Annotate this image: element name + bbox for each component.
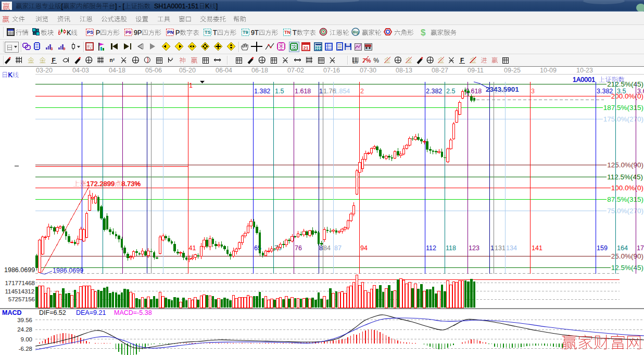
- svg-text:P: P: [175, 29, 180, 36]
- svg-text:] - [: ] - [: [115, 3, 125, 10]
- svg-text:123: 123: [352, 61, 358, 64]
- svg-text:MACD=-5.38: MACD=-5.38: [114, 309, 152, 316]
- svg-text:Big: Big: [353, 30, 359, 34]
- svg-text:T: T: [293, 29, 297, 36]
- svg-text:10-23: 10-23: [576, 67, 593, 74]
- svg-text:2: 2: [360, 88, 364, 95]
- svg-text:MACD: MACD: [2, 309, 22, 316]
- svg-text:9T: 9T: [251, 29, 259, 36]
- svg-text:%: %: [373, 57, 379, 64]
- svg-text:87.5%(315): 87.5%(315): [607, 195, 643, 203]
- svg-text:1.854: 1.854: [334, 88, 350, 95]
- svg-text:04-18: 04-18: [109, 67, 125, 74]
- svg-text:]: ]: [216, 3, 218, 10]
- svg-text:131: 131: [495, 244, 506, 252]
- svg-text:12.5%(45): 12.5%(45): [611, 264, 643, 272]
- svg-text:1.618: 1.618: [295, 88, 311, 95]
- svg-text:94: 94: [360, 244, 368, 252]
- svg-text:41: 41: [189, 244, 196, 252]
- svg-text:212.5%(45): 212.5%(45): [607, 80, 643, 88]
- svg-text:118: 118: [446, 244, 456, 252]
- svg-text:3.382: 3.382: [597, 88, 613, 95]
- svg-text:1A0001: 1A0001: [573, 76, 599, 83]
- svg-text:2.382: 2.382: [426, 88, 442, 95]
- svg-text:08-13: 08-13: [396, 67, 412, 74]
- svg-text:07-02: 07-02: [287, 67, 304, 74]
- svg-text:24.28: 24.28: [17, 326, 32, 333]
- svg-text:112.5%(45): 112.5%(45): [607, 173, 643, 181]
- svg-text:76: 76: [295, 244, 302, 252]
- svg-text:164: 164: [617, 244, 628, 252]
- svg-text:[: [: [61, 3, 64, 10]
- svg-text:1: 1: [490, 244, 494, 252]
- svg-text:84: 84: [323, 244, 331, 252]
- svg-text:3.5: 3.5: [617, 88, 626, 95]
- svg-text:87: 87: [334, 244, 342, 252]
- svg-text:114514312: 114514312: [5, 288, 34, 295]
- svg-text:3.6: 3.6: [637, 88, 644, 95]
- svg-text:05-20: 05-20: [179, 67, 196, 74]
- svg-text:3: 3: [531, 88, 535, 95]
- svg-text:75.0%(270): 75.0%(270): [607, 207, 643, 215]
- svg-text:125.0%(90): 125.0%(90): [607, 161, 643, 169]
- svg-text:08-27: 08-27: [432, 67, 448, 74]
- svg-text:": ": [172, 57, 173, 62]
- svg-text:8: 8: [319, 244, 323, 252]
- svg-text:1: 1: [319, 88, 323, 95]
- svg-text:K: K: [205, 3, 210, 10]
- svg-text:03-20: 03-20: [36, 67, 53, 74]
- svg-text:DIF=6.52: DIF=6.52: [39, 309, 66, 316]
- svg-text:06-04: 06-04: [216, 67, 232, 74]
- svg-text:9P: 9P: [134, 29, 142, 36]
- svg-text:3: 3: [50, 46, 53, 51]
- svg-text:1.5: 1.5: [275, 88, 284, 95]
- svg-text:2.5: 2.5: [446, 88, 455, 95]
- svg-text:06-18: 06-18: [251, 67, 268, 74]
- svg-text:P9: P9: [125, 30, 131, 35]
- svg-text:159: 159: [597, 244, 608, 252]
- svg-text:187.5%(315): 187.5%(315): [603, 104, 643, 112]
- svg-text:K: K: [67, 29, 71, 36]
- svg-text:1986.0699: 1986.0699: [4, 266, 35, 274]
- svg-text:9: 9: [63, 46, 66, 51]
- svg-text:PN: PN: [167, 30, 174, 35]
- svg-text:100.0%(0): 100.0%(0): [611, 184, 643, 192]
- svg-text:K: K: [8, 71, 13, 79]
- svg-text:07-16: 07-16: [323, 67, 340, 74]
- svg-text:123: 123: [469, 244, 479, 252]
- svg-text:25.0%(90): 25.0%(90): [611, 252, 643, 260]
- svg-text:n²: n²: [110, 57, 115, 63]
- svg-text:05-06: 05-06: [145, 67, 162, 74]
- svg-text:172.2899: 172.2899: [86, 180, 115, 188]
- svg-text:$: $: [421, 28, 426, 38]
- svg-text:DEA=9.21: DEA=9.21: [76, 309, 106, 316]
- svg-text:2.76: 2.76: [495, 88, 506, 94]
- svg-text:TS: TS: [205, 30, 211, 35]
- svg-text:10-09: 10-09: [540, 67, 557, 74]
- svg-text:PS: PS: [87, 30, 93, 35]
- svg-text:175.0%(270): 175.0%(270): [603, 115, 643, 123]
- svg-text:141: 141: [532, 244, 542, 252]
- svg-text:SH1A0001-151: SH1A0001-151: [150, 3, 198, 10]
- svg-text:07-30: 07-30: [360, 67, 376, 74]
- svg-text:P: P: [96, 29, 100, 36]
- svg-text:8.73%: 8.73%: [121, 180, 141, 188]
- svg-text:1: 1: [189, 82, 193, 89]
- svg-text:09-11: 09-11: [468, 67, 484, 74]
- svg-text:9.00: 9.00: [21, 336, 32, 342]
- svg-text:-6.28: -6.28: [19, 346, 32, 352]
- svg-text:T: T: [213, 29, 217, 36]
- svg-text:39.56: 39.56: [17, 317, 32, 323]
- svg-text:171771468: 171771468: [5, 280, 35, 286]
- svg-text:112: 112: [426, 244, 436, 252]
- svg-text:134: 134: [506, 244, 517, 252]
- svg-text:21: 21: [304, 45, 309, 51]
- svg-text:09-25: 09-25: [504, 67, 521, 74]
- svg-text:1.382: 1.382: [254, 88, 270, 95]
- svg-text:57257156: 57257156: [8, 296, 35, 302]
- svg-text:1986.0699: 1986.0699: [53, 267, 83, 274]
- svg-text:TN: TN: [284, 30, 291, 35]
- svg-text:170: 170: [637, 244, 644, 252]
- svg-text:04-03: 04-03: [72, 67, 89, 74]
- svg-text:T9: T9: [243, 30, 248, 35]
